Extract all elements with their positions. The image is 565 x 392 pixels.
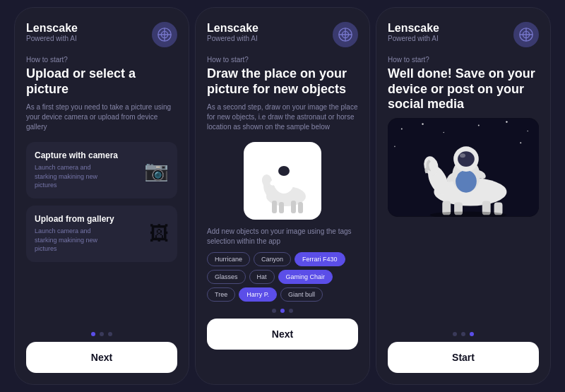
tag-tree[interactable]: Tree — [207, 287, 235, 302]
tag-canyon[interactable]: Canyon — [254, 252, 291, 266]
dot-2-2 — [280, 309, 285, 313]
logo-icon-3 — [513, 22, 539, 47]
tags-container: Hurricane Canyon Ferrari F430 Glasses Ha… — [207, 252, 358, 302]
logo-text-2: Lenscake — [207, 22, 258, 35]
next-button-2[interactable]: Next — [207, 319, 358, 350]
result-photo — [388, 118, 539, 217]
screen-3: Lenscake Powered with AI How to start? W… — [376, 7, 551, 385]
svg-point-30 — [527, 130, 528, 131]
start-button[interactable]: Start — [388, 342, 539, 373]
tag-giant-bull[interactable]: Giant bull — [280, 287, 323, 302]
header-2: Lenscake Powered with AI — [207, 22, 358, 47]
dot-2-1 — [272, 309, 276, 313]
capture-desc: Launch camera and starking makining new … — [35, 163, 112, 190]
svg-rect-12 — [298, 202, 303, 213]
description-2: As a second step, draw on your image the… — [207, 102, 358, 132]
gallery-icon: 🖼 — [149, 222, 169, 245]
logo-icon-1 — [152, 22, 177, 47]
svg-point-26 — [422, 123, 423, 124]
capture-text: Capture with camera Launch camera and st… — [35, 150, 118, 190]
svg-point-43 — [458, 151, 475, 167]
dot-3-1 — [453, 332, 457, 336]
main-title-2: Draw the place on your picture for new o… — [207, 66, 358, 97]
header-1: Lenscake Powered with AI — [26, 22, 177, 47]
screens-container: Lenscake Powered with AI How to start? U… — [8, 0, 557, 392]
svg-point-17 — [278, 166, 290, 176]
dots-3 — [388, 332, 539, 336]
svg-point-29 — [506, 121, 507, 122]
how-to-start-2: How to start? — [207, 56, 358, 64]
dot-1-2 — [100, 332, 104, 336]
capture-card[interactable]: Capture with camera Launch camera and st… — [26, 142, 177, 198]
logo-text-1: Lenscake — [26, 22, 78, 35]
powered-text-3: Powered with AI — [388, 35, 439, 42]
svg-point-32 — [520, 142, 521, 143]
gallery-title: Upload from gallery — [35, 214, 114, 224]
main-title-3: Well done! Save on your device or post o… — [388, 66, 539, 112]
svg-point-25 — [401, 128, 403, 129]
description-1: As a first step you need to take a pictu… — [26, 102, 177, 132]
dot-3-3 — [470, 332, 474, 336]
svg-rect-10 — [279, 202, 284, 213]
astronaut-svg — [247, 145, 318, 216]
dot-1-3 — [108, 332, 112, 336]
center-image — [207, 142, 358, 220]
gallery-card[interactable]: Upload from gallery Launch camera and st… — [26, 206, 177, 262]
result-svg — [388, 118, 539, 217]
content-area-3 — [388, 118, 539, 325]
logo-text-3: Lenscake — [388, 22, 439, 35]
svg-point-27 — [443, 131, 444, 133]
content-area-1: Capture with camera Launch camera and st… — [26, 142, 177, 325]
dot-3-2 — [461, 332, 465, 336]
tag-hat[interactable]: Hat — [249, 270, 275, 284]
dots-2 — [207, 309, 358, 313]
tag-glasses[interactable]: Glasses — [207, 270, 246, 284]
svg-point-44 — [460, 153, 465, 158]
how-to-start-3: How to start? — [388, 56, 539, 64]
svg-rect-11 — [291, 201, 296, 213]
how-to-start-1: How to start? — [26, 56, 177, 64]
logo-icon-2 — [333, 22, 358, 47]
gallery-text: Upload from gallery Launch camera and st… — [35, 214, 114, 254]
next-button-1[interactable]: Next — [26, 342, 177, 373]
svg-rect-9 — [272, 201, 277, 213]
tag-gaming-chair[interactable]: Gaming Chair — [278, 270, 333, 284]
svg-point-28 — [478, 124, 480, 126]
main-title-1: Upload or select a picture — [26, 66, 177, 97]
tag-ferrari[interactable]: Ferrari F430 — [295, 252, 345, 266]
capture-title: Capture with camera — [35, 150, 118, 160]
screen-1: Lenscake Powered with AI How to start? U… — [14, 7, 189, 385]
dots-1 — [26, 332, 177, 336]
logo-area-3: Lenscake Powered with AI — [388, 22, 439, 42]
camera-icon: 📷 — [144, 159, 169, 182]
svg-point-31 — [394, 145, 396, 147]
powered-text-2: Powered with AI — [207, 35, 258, 42]
dot-2-3 — [289, 309, 293, 313]
screen-2: Lenscake Powered with AI How to start? D… — [195, 7, 370, 385]
dot-1-1 — [91, 332, 95, 336]
svg-point-41 — [456, 170, 477, 193]
tag-harry[interactable]: Harry P. — [239, 287, 277, 302]
powered-text-1: Powered with AI — [26, 35, 78, 42]
tags-desc: Add new objects on your image using the … — [207, 227, 358, 247]
logo-area-2: Lenscake Powered with AI — [207, 22, 258, 42]
gallery-desc: Launch camera and starking makining new … — [35, 227, 112, 254]
logo-area-1: Lenscake Powered with AI — [26, 22, 78, 42]
tag-hurricane[interactable]: Hurricane — [207, 252, 250, 266]
astronaut-image — [244, 142, 321, 220]
header-3: Lenscake Powered with AI — [388, 22, 539, 47]
